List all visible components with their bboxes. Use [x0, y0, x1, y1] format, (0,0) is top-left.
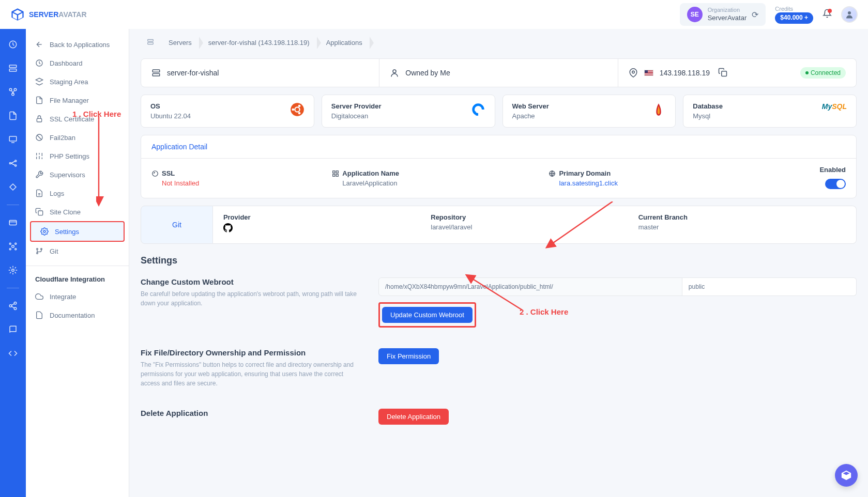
enabled-toggle[interactable]: [825, 179, 846, 189]
stat-webserver: Web Server Apache: [502, 95, 676, 128]
rail-card-icon[interactable]: [4, 213, 22, 232]
svg-marker-25: [36, 78, 42, 82]
sidebar-cloudflare-heading: Cloudflare Integration: [26, 266, 129, 287]
crumb-servers[interactable]: Servers: [160, 36, 200, 50]
top-owner: Owned by Me: [379, 58, 618, 87]
org-badge[interactable]: SE Organization ServerAvatar ⟳: [680, 3, 766, 25]
webroot-btn-highlight: Update Custom Webroot: [378, 302, 476, 328]
sidebar-item-git[interactable]: Git: [26, 242, 129, 260]
git-provider: Provider: [223, 213, 431, 236]
rail-server-icon[interactable]: [4, 59, 22, 77]
svg-rect-57: [333, 170, 335, 173]
grid-icon: [332, 170, 339, 177]
refresh-icon[interactable]: ⟳: [752, 10, 758, 20]
rail-tools-icon[interactable]: [4, 237, 22, 256]
icon-rail: [0, 0, 26, 497]
svg-point-10: [15, 160, 17, 162]
git-tab[interactable]: Git: [141, 206, 213, 244]
file-icon: [35, 96, 43, 104]
sidebar-item-staging[interactable]: Staging Area: [26, 72, 129, 91]
detail-ssl-value: Not Installed: [151, 179, 332, 187]
logo[interactable]: SERVERAVATAR: [10, 7, 87, 22]
svg-rect-3: [9, 69, 17, 72]
svg-rect-48: [722, 71, 727, 76]
sidebar-item-dashboard[interactable]: Dashboard: [26, 54, 129, 72]
svg-point-5: [14, 88, 17, 91]
delete-app-button[interactable]: Delete Application: [378, 409, 449, 425]
sidebar-item-integrate[interactable]: Integrate: [26, 287, 129, 306]
credits-pill[interactable]: $40.000 +: [775, 12, 813, 24]
credits-label: Credits: [775, 5, 813, 12]
rail-monitor-icon[interactable]: [4, 130, 22, 149]
svg-rect-54: [476, 113, 478, 116]
crumb-server-detail[interactable]: server-for-vishal (143.198.118.19): [200, 36, 318, 50]
rail-tag-icon[interactable]: [4, 178, 22, 196]
apache-icon: [651, 102, 666, 117]
rail-code-icon[interactable]: [4, 344, 22, 363]
rail-network-icon[interactable]: [4, 154, 22, 173]
sidebar: Back to Applications Dashboard Staging A…: [26, 0, 129, 497]
notifications-icon[interactable]: [823, 9, 832, 21]
stat-value: Mysql: [693, 112, 723, 120]
detail-domain: Primary Domain lara.satesting1.click: [549, 169, 819, 187]
setting-delete: Delete Application Delete Application: [141, 409, 857, 425]
webroot-custom-input[interactable]: [682, 277, 857, 296]
detail-appname: Application Name LaravelApplication: [332, 169, 549, 187]
svg-point-39: [37, 248, 38, 250]
sidebar-item-logs[interactable]: Logs: [26, 184, 129, 203]
sidebar-item-supervisors[interactable]: Supervisors: [26, 165, 129, 184]
update-webroot-button[interactable]: Update Custom Webroot: [382, 307, 473, 323]
svg-rect-2: [9, 65, 17, 68]
sidebar-label: Documentation: [50, 312, 95, 319]
sidebar-label: Fail2ban: [50, 134, 75, 142]
sidebar-item-ssl[interactable]: SSL Certificate: [26, 110, 129, 128]
help-float-icon[interactable]: [835, 464, 858, 487]
sidebar-back[interactable]: Back to Applications: [26, 35, 129, 54]
sidebar-label: Dashboard: [50, 59, 83, 67]
fix-permission-button[interactable]: Fix Permission: [378, 348, 439, 364]
user-avatar[interactable]: [841, 6, 858, 23]
stat-grid: OS Ubuntu 22.04 Server Provider Digitalo…: [141, 95, 857, 128]
copy-ip-icon[interactable]: [718, 68, 727, 79]
sidebar-item-filemanager[interactable]: File Manager: [26, 91, 129, 110]
application-detail-card: Application Detail SSL Not Installed App…: [141, 135, 857, 198]
rail-file-icon[interactable]: [4, 106, 22, 125]
webroot-desc: Be careful! before updating the applicat…: [141, 289, 358, 308]
org-avatar: SE: [687, 7, 703, 22]
svg-point-14: [12, 245, 14, 248]
svg-point-18: [15, 248, 17, 250]
rail-cluster-icon[interactable]: [4, 83, 22, 101]
breadcrumb: Servers server-for-vishal (143.198.118.1…: [141, 35, 857, 50]
breadcrumb-home-icon[interactable]: [141, 35, 160, 50]
sidebar-item-siteclone[interactable]: Site Clone: [26, 203, 129, 221]
perm-title: Fix File/Directory Ownership and Permiss…: [141, 348, 358, 357]
location-icon: [629, 68, 638, 77]
server-icon: [151, 68, 161, 77]
ban-icon: [35, 133, 43, 142]
sidebar-label: Integrate: [50, 293, 76, 301]
git-repo-value: laravel/laravel: [431, 223, 638, 231]
sidebar-item-settings[interactable]: Settings: [30, 221, 125, 242]
crumb-applications[interactable]: Applications: [318, 36, 371, 50]
detail-domain-value[interactable]: lara.satesting1.click: [549, 179, 819, 187]
layers-icon: [35, 77, 43, 86]
sidebar-item-php[interactable]: PHP Settings: [26, 147, 129, 165]
sliders-icon: [35, 152, 43, 160]
rail-book-icon[interactable]: [4, 320, 22, 339]
stat-database: Database Mysql MySQL: [683, 95, 857, 128]
rail-dashboard-icon[interactable]: [4, 35, 22, 54]
owner-value: Owned by Me: [405, 69, 450, 77]
rail-share-icon[interactable]: [4, 297, 22, 315]
svg-point-16: [15, 243, 17, 244]
gear-icon: [40, 227, 49, 236]
top-row: server-for-vishal Owned by Me 143.198.11…: [141, 58, 857, 87]
wrench-icon: [35, 170, 43, 179]
sidebar-label: Settings: [55, 228, 79, 236]
setting-webroot: Change Custom Webroot Be careful! before…: [141, 277, 857, 328]
sidebar-item-documentation[interactable]: Documentation: [26, 306, 129, 324]
sidebar-item-fail2ban[interactable]: Fail2ban: [26, 128, 129, 147]
sidebar-back-label: Back to Applications: [50, 41, 110, 49]
detail-appname-value: LaravelApplication: [332, 179, 549, 187]
svg-point-0: [848, 11, 851, 14]
rail-settings-icon[interactable]: [4, 261, 22, 279]
